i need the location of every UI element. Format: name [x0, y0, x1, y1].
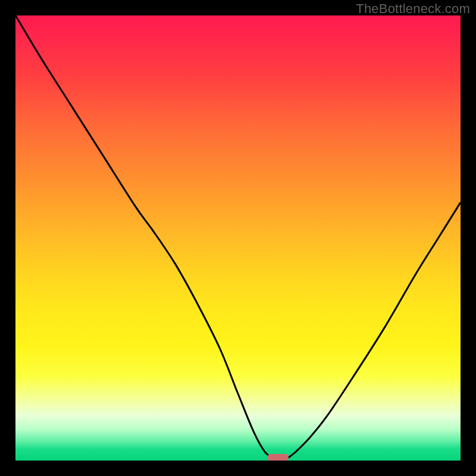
optimal-marker	[267, 454, 289, 461]
attribution-text: TheBottleneck.com	[356, 1, 470, 17]
curve-path	[15, 15, 461, 459]
bottleneck-curve	[15, 15, 461, 461]
plot-area	[15, 15, 461, 461]
chart-frame: TheBottleneck.com	[0, 0, 476, 476]
